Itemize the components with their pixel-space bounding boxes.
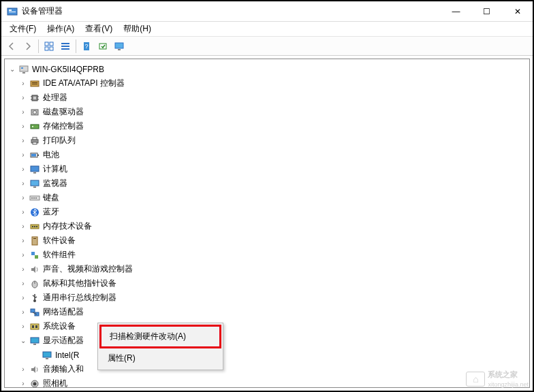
tree-label: 存储控制器 — [43, 120, 84, 132]
expander-icon[interactable]: › — [18, 265, 28, 273]
help-button[interactable]: ? — [79, 39, 94, 54]
svg-rect-58 — [31, 309, 35, 312]
tree-item[interactable]: Intel(R — [5, 348, 529, 362]
tree-item[interactable]: ›通用串行总线控制器 — [5, 291, 529, 305]
tree-item[interactable]: ›蓝牙 — [5, 205, 529, 219]
menu-file[interactable]: 文件(F) — [4, 22, 42, 36]
usb-icon — [29, 293, 40, 304]
watermark-sub: xitongzhijia.net — [488, 381, 529, 388]
ctx-properties[interactable]: 属性(R) — [99, 348, 221, 368]
view-grid-button[interactable] — [42, 39, 57, 54]
tree-label: 声音、视频和游戏控制器 — [43, 263, 133, 275]
expander-icon[interactable]: › — [18, 94, 28, 101]
tree-item[interactable]: ›音频输入和 — [5, 362, 529, 376]
tree-item[interactable]: ›电池 — [5, 148, 529, 162]
expander-icon[interactable]: › — [18, 165, 28, 173]
tree-root[interactable]: ⌄ WIN-GK5II4QFPRB — [5, 62, 529, 76]
svg-rect-40 — [33, 186, 36, 188]
tree-item[interactable]: ›鼠标和其他指针设备 — [5, 276, 529, 291]
tree-item[interactable]: ›监视器 — [5, 176, 529, 191]
svg-rect-16 — [21, 67, 23, 69]
toolbar: ? — [1, 37, 533, 56]
view-list-button[interactable] — [58, 39, 73, 54]
device-tree[interactable]: ⌄ WIN-GK5II4QFPRB ›IDE ATA/ATAPI 控制器›处理器… — [4, 59, 530, 388]
ctx-scan-hardware[interactable]: 扫描检测硬件改动(A) — [99, 325, 221, 348]
cpu-icon — [29, 93, 40, 103]
tree-item[interactable]: ›内存技术设备 — [5, 219, 529, 233]
tree-label: 系统设备 — [43, 321, 76, 332]
maximize-button[interactable]: ☐ — [471, 2, 502, 21]
svg-rect-38 — [33, 172, 36, 174]
expander-icon[interactable]: › — [18, 280, 28, 287]
tree-item[interactable]: ›软件组件 — [5, 248, 529, 262]
expander-icon[interactable]: › — [18, 323, 28, 330]
svg-rect-14 — [118, 49, 121, 50]
window-title: 设备管理器 — [22, 5, 63, 17]
menu-help[interactable]: 帮助(H) — [118, 22, 157, 36]
tree-label: 蓝牙 — [43, 206, 59, 218]
tree-label: 打印队列 — [43, 135, 76, 146]
tree-item[interactable]: ›键盘 — [5, 191, 529, 205]
expander-icon[interactable]: › — [18, 122, 28, 130]
tree-item[interactable]: ›处理器 — [5, 91, 529, 105]
tree-item[interactable]: ›照相机 — [5, 376, 529, 388]
menu-action[interactable]: 操作(A) — [42, 22, 80, 36]
toolbar-separator — [76, 39, 76, 53]
expander-icon[interactable]: › — [18, 194, 28, 201]
expander-icon[interactable]: › — [18, 223, 28, 230]
menu-view[interactable]: 查看(V) — [80, 22, 118, 36]
expander-icon[interactable]: › — [18, 251, 28, 259]
close-button[interactable]: ✕ — [502, 2, 533, 21]
svg-rect-43 — [33, 197, 35, 199]
camera-icon — [29, 378, 40, 389]
storage-icon — [29, 121, 40, 132]
tree-item[interactable]: ›声音、视频和游戏控制器 — [5, 262, 529, 276]
expander-icon[interactable]: ⌄ — [18, 337, 28, 344]
svg-rect-48 — [34, 226, 35, 227]
expander-icon[interactable]: ⌄ — [7, 65, 17, 73]
tree-label: 处理器 — [43, 92, 67, 103]
svg-rect-67 — [46, 358, 48, 359]
tree-item[interactable]: ›系统设备 — [5, 319, 529, 333]
svg-rect-39 — [31, 180, 39, 186]
tree-label: WIN-GK5II4QFPRB — [32, 65, 104, 74]
svg-point-30 — [32, 126, 33, 127]
forward-button[interactable] — [20, 39, 35, 54]
expander-icon[interactable]: › — [18, 294, 28, 301]
tree-item[interactable]: ⌄显示适配器 — [5, 333, 529, 348]
expander-icon[interactable]: › — [18, 137, 28, 144]
menubar: 文件(F) 操作(A) 查看(V) 帮助(H) — [1, 22, 533, 37]
expander-icon[interactable]: › — [18, 208, 28, 216]
tree-label: 音频输入和 — [43, 363, 84, 375]
window: 设备管理器 — ☐ ✕ 文件(F) 操作(A) 查看(V) 帮助(H) ? ⌄ … — [0, 0, 534, 392]
svg-text:?: ? — [84, 43, 88, 50]
expander-icon[interactable]: › — [18, 80, 28, 87]
expander-icon[interactable]: › — [18, 365, 28, 373]
tree-item[interactable]: ›IDE ATA/ATAPI 控制器 — [5, 76, 529, 91]
expander-icon[interactable]: › — [18, 380, 28, 387]
expander-icon[interactable]: › — [18, 308, 28, 316]
tree-label: 计算机 — [43, 163, 67, 175]
scan-button[interactable] — [95, 39, 110, 54]
tree-label: 软件组件 — [43, 249, 76, 261]
tree-item[interactable]: ›计算机 — [5, 162, 529, 176]
ide-icon — [29, 78, 40, 89]
bluetooth-icon — [29, 207, 40, 218]
tree-item[interactable]: ›磁盘驱动器 — [5, 105, 529, 119]
expander-icon[interactable]: › — [18, 151, 28, 159]
back-button[interactable] — [4, 39, 19, 54]
expander-icon[interactable]: › — [18, 108, 28, 116]
context-menu: 扫描检测硬件改动(A) 属性(R) — [97, 323, 223, 370]
expander-icon[interactable]: › — [18, 237, 28, 244]
tree-item[interactable]: ›网络适配器 — [5, 305, 529, 319]
screen-button[interactable] — [112, 39, 127, 54]
svg-rect-66 — [43, 352, 51, 357]
tree-label: 照相机 — [43, 378, 67, 388]
tree-item[interactable]: ›软件设备 — [5, 233, 529, 248]
tree-item[interactable]: ›打印队列 — [5, 133, 529, 148]
disk-icon — [29, 107, 40, 118]
minimize-button[interactable]: — — [441, 2, 471, 21]
expander-icon[interactable]: › — [18, 180, 28, 187]
tree-item[interactable]: ›存储控制器 — [5, 119, 529, 133]
watermark-text: 系统之家 — [488, 370, 518, 378]
